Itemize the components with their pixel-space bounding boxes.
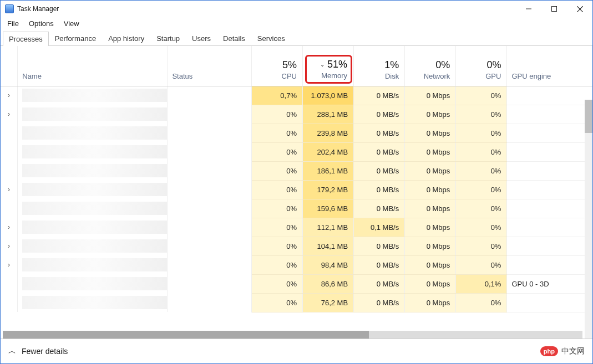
expand-toggle[interactable]: › [1, 86, 18, 105]
gpu-cell: 0,1% [456, 274, 507, 293]
vertical-scrollbar-thumb[interactable] [585, 100, 592, 133]
tab-app-history[interactable]: App history [102, 31, 150, 45]
tab-users[interactable]: Users [186, 31, 217, 45]
status-cell [168, 142, 251, 161]
gpu-cell: 0% [456, 124, 507, 142]
gpu-engine-cell [507, 218, 592, 237]
gpu-usage-header: 0% [456, 59, 501, 71]
table-row[interactable]: 0%202,4 MB0 MB/s0 Mbps0% [1, 142, 592, 161]
status-cell [168, 161, 251, 180]
memory-cell: 159,6 MB [302, 199, 353, 218]
network-cell: 0 Mbps [405, 293, 456, 312]
cpu-cell: 0% [251, 218, 302, 237]
maximize-button[interactable] [541, 1, 567, 17]
status-cell [168, 124, 251, 142]
horizontal-scrollbar-thumb[interactable] [3, 331, 369, 339]
process-table: Name Status 5% CPU ⌄ 51% Memory [1, 46, 592, 312]
expand-toggle [1, 199, 18, 218]
minimize-button[interactable] [516, 1, 541, 17]
gpu-cell: 0% [456, 293, 507, 312]
disk-cell: 0 MB/s [354, 237, 405, 255]
status-cell [168, 237, 251, 255]
process-name-cell [18, 142, 168, 161]
expand-toggle[interactable]: › [1, 105, 18, 124]
table-row[interactable]: 0%239,8 MB0 MB/s0 Mbps0% [1, 124, 592, 142]
table-row[interactable]: ›0%288,1 MB0 MB/s0 Mbps0% [1, 105, 592, 124]
expand-toggle[interactable]: › [1, 180, 18, 199]
cpu-cell: 0% [251, 199, 302, 218]
process-name-cell [18, 255, 168, 274]
horizontal-scrollbar[interactable] [3, 331, 582, 339]
network-cell: 0 Mbps [405, 105, 456, 124]
cpu-label: CPU [252, 72, 297, 80]
svg-line-3 [577, 6, 583, 12]
table-row[interactable]: ›0%98,4 MB0 MB/s0 Mbps0% [1, 255, 592, 274]
process-name-cell [18, 199, 168, 218]
table-row[interactable]: 0%76,2 MB0 MB/s0 Mbps0% [1, 293, 592, 312]
cpu-cell: 0% [251, 180, 302, 199]
close-button[interactable] [567, 1, 592, 17]
expand-toggle[interactable]: › [1, 237, 18, 255]
cpu-usage-header: 5% [252, 59, 297, 71]
fewer-details-label: Fewer details [22, 347, 68, 356]
expand-toggle[interactable]: › [1, 218, 18, 237]
col-name[interactable]: Name [18, 46, 168, 86]
disk-cell: 0 MB/s [354, 124, 405, 142]
menu-file[interactable]: File [7, 19, 19, 28]
disk-cell: 0 MB/s [354, 161, 405, 180]
table-row[interactable]: 0%159,6 MB0 MB/s0 Mbps0% [1, 199, 592, 218]
gpu-cell: 0% [456, 255, 507, 274]
tab-details[interactable]: Details [217, 31, 251, 45]
status-cell [168, 180, 251, 199]
network-cell: 0 Mbps [405, 237, 456, 255]
gpu-cell: 0% [456, 237, 507, 255]
process-name-cell [18, 180, 168, 199]
gpu-engine-cell [507, 142, 592, 161]
gpu-label: GPU [456, 72, 501, 80]
col-memory[interactable]: ⌄ 51% Memory [302, 46, 353, 86]
col-disk[interactable]: 1% Disk [354, 46, 405, 86]
menu-view[interactable]: View [64, 19, 79, 28]
disk-cell: 0 MB/s [354, 199, 405, 218]
vertical-scrollbar[interactable] [585, 100, 592, 339]
memory-label: Memory [310, 71, 347, 80]
table-row[interactable]: ›0%104,1 MB0 MB/s0 Mbps0% [1, 237, 592, 255]
menu-options[interactable]: Options [29, 19, 54, 28]
expand-toggle [1, 142, 18, 161]
col-network[interactable]: 0% Network [405, 46, 456, 86]
window-title: Task Manager [17, 5, 59, 13]
col-cpu[interactable]: 5% CPU [251, 46, 302, 86]
fewer-details-button[interactable]: ︿ Fewer details [8, 346, 68, 356]
cpu-cell: 0% [251, 274, 302, 293]
memory-cell: 86,6 MB [302, 274, 353, 293]
memory-cell: 186,1 MB [302, 161, 353, 180]
network-usage-header: 0% [405, 59, 450, 71]
tab-services[interactable]: Services [251, 31, 291, 45]
svg-line-2 [577, 6, 583, 12]
table-row[interactable]: ›0%179,2 MB0 MB/s0 Mbps0% [1, 180, 592, 199]
cpu-cell: 0% [251, 124, 302, 142]
col-gpu[interactable]: 0% GPU [456, 46, 507, 86]
col-expand[interactable] [1, 46, 18, 86]
col-status[interactable]: Status [168, 46, 251, 86]
table-row[interactable]: 0%86,6 MB0 MB/s0 Mbps0,1%GPU 0 - 3D [1, 274, 592, 293]
gpu-cell: 0% [456, 161, 507, 180]
table-row[interactable]: ›0%112,1 MB0,1 MB/s0 Mbps0% [1, 218, 592, 237]
expand-toggle[interactable]: › [1, 255, 18, 274]
table-row[interactable]: ›0,7%1.073,0 MB0 MB/s0 Mbps0% [1, 86, 592, 105]
memory-cell: 179,2 MB [302, 180, 353, 199]
memory-cell: 288,1 MB [302, 105, 353, 124]
col-gpu-engine[interactable]: GPU engine [507, 46, 592, 86]
watermark: php 中文网 [540, 346, 585, 356]
tab-processes[interactable]: Processes [3, 32, 49, 46]
process-name-cell [18, 293, 168, 312]
tab-startup[interactable]: Startup [150, 31, 186, 45]
tab-performance[interactable]: Performance [49, 31, 102, 45]
gpu-engine-cell [507, 105, 592, 124]
network-cell: 0 Mbps [405, 255, 456, 274]
footer: ︿ Fewer details php 中文网 [1, 339, 592, 363]
process-table-area: Name Status 5% CPU ⌄ 51% Memory [1, 46, 592, 339]
table-row[interactable]: 0%186,1 MB0 MB/s0 Mbps0% [1, 161, 592, 180]
titlebar[interactable]: Task Manager [1, 1, 592, 17]
process-table-body: ›0,7%1.073,0 MB0 MB/s0 Mbps0%›0%288,1 MB… [1, 86, 592, 312]
